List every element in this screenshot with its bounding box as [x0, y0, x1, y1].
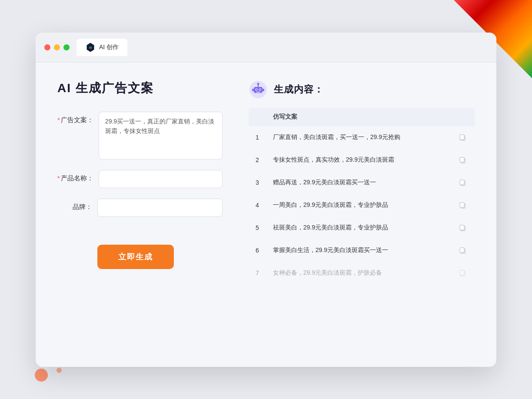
ad-copy-input[interactable]: 29.9买一送一，真正的厂家直销，美白淡斑霜，专抹女性斑点	[99, 112, 223, 160]
svg-rect-22	[460, 225, 464, 230]
copy-button[interactable]	[457, 177, 468, 188]
table-row: 3赠品再送，29.9元美白淡斑霜买一送一	[249, 171, 475, 194]
row-number: 4	[249, 194, 266, 216]
ai-logo-icon: AI	[85, 42, 96, 53]
row-text: 女神必备，29.9元美白淡斑霜，护肤必备	[266, 262, 450, 284]
title-bar: AI AI 创作	[36, 33, 496, 63]
brand-group: 品牌： 好白	[57, 199, 223, 217]
svg-text:AI: AI	[89, 46, 92, 49]
traffic-light-maximize[interactable]	[63, 44, 70, 50]
ad-copy-required: *	[57, 116, 60, 123]
copy-cell	[450, 194, 475, 216]
traffic-lights	[44, 44, 70, 50]
right-header: 生成内容：	[249, 80, 475, 99]
svg-point-7	[259, 89, 260, 90]
svg-point-9	[257, 83, 259, 85]
generate-button[interactable]: 立即生成	[97, 245, 174, 269]
results-table: 仿写文案 1厂家直销，美白淡斑霜，买一送一，29.9元抢购2专抹女性斑点，真实功…	[249, 108, 475, 284]
col-copy-header	[450, 108, 475, 126]
row-text: 掌握美白生活，29.9元美白淡斑霜买一送一	[266, 239, 450, 262]
row-text: 赠品再送，29.9元美白淡斑霜买一送一	[266, 171, 450, 194]
page-title: AI 生成广告文案	[57, 80, 223, 96]
row-text: 祛斑美白，29.9元美白淡斑霜，专业护肤品	[266, 216, 450, 239]
svg-rect-20	[460, 203, 464, 207]
brand-label: 品牌：	[57, 199, 92, 211]
main-content: AI 生成广告文案 *广告文案： 29.9买一送一，真正的厂家直销，美白淡斑霜，…	[36, 63, 496, 367]
copy-cell	[450, 171, 475, 194]
row-number: 5	[249, 216, 266, 239]
copy-button[interactable]	[457, 223, 468, 233]
svg-rect-10	[256, 92, 260, 93]
col-text-header: 仿写文案	[266, 108, 450, 126]
product-name-group: *产品名称： 美白淡斑霜	[57, 170, 223, 188]
product-name-input[interactable]: 美白淡斑霜	[99, 170, 223, 188]
svg-rect-16	[460, 157, 464, 162]
ad-copy-group: *广告文案： 29.9买一送一，真正的厂家直销，美白淡斑霜，专抹女性斑点	[57, 112, 223, 160]
browser-tab[interactable]: AI AI 创作	[76, 39, 127, 56]
copy-cell	[450, 216, 475, 239]
product-name-label: *产品名称：	[57, 170, 93, 183]
left-panel: AI 生成广告文案 *广告文案： 29.9买一送一，真正的厂家直销，美白淡斑霜，…	[57, 80, 223, 349]
svg-rect-24	[460, 248, 464, 253]
right-panel-title: 生成内容：	[274, 83, 324, 96]
brand-input[interactable]: 好白	[97, 199, 223, 217]
copy-button[interactable]	[457, 200, 468, 210]
traffic-light-minimize[interactable]	[54, 44, 60, 50]
copy-button[interactable]	[457, 245, 468, 256]
svg-point-6	[256, 89, 257, 90]
col-num-header	[249, 108, 266, 126]
copy-cell	[450, 149, 475, 171]
copy-cell	[450, 126, 475, 149]
browser-window: AI AI 创作 AI 生成广告文案 *广告文案： 29.9买一送一，真正的厂家…	[36, 33, 496, 367]
svg-rect-14	[460, 135, 464, 140]
copy-button[interactable]	[457, 268, 468, 278]
product-name-required: *	[57, 174, 60, 182]
svg-rect-12	[263, 89, 264, 91]
bg-decoration-bottom-left2	[57, 368, 62, 373]
svg-rect-18	[460, 180, 464, 185]
robot-icon	[249, 80, 268, 99]
ad-copy-label: *广告文案：	[57, 112, 93, 124]
row-number: 3	[249, 171, 266, 194]
tab-label: AI 创作	[99, 43, 119, 51]
table-row: 5祛斑美白，29.9元美白淡斑霜，专业护肤品	[249, 216, 475, 239]
row-text: 厂家直销，美白淡斑霜，买一送一，29.9元抢购	[266, 126, 450, 149]
table-row: 2专抹女性斑点，真实功效，29.9元美白淡斑霜	[249, 149, 475, 171]
copy-button[interactable]	[457, 132, 468, 143]
row-number: 7	[249, 262, 266, 284]
copy-cell	[450, 239, 475, 262]
table-row: 6掌握美白生活，29.9元美白淡斑霜买一送一	[249, 239, 475, 262]
traffic-light-close[interactable]	[44, 44, 50, 50]
svg-rect-11	[252, 89, 254, 91]
row-text: 专抹女性斑点，真实功效，29.9元美白淡斑霜	[266, 149, 450, 171]
copy-button[interactable]	[457, 155, 468, 165]
svg-rect-26	[460, 270, 464, 275]
bg-decoration-bottom-left	[35, 369, 48, 382]
table-row: 1厂家直销，美白淡斑霜，买一送一，29.9元抢购	[249, 126, 475, 149]
table-row: 4一周美白，29.9元美白淡斑霜，专业护肤品	[249, 194, 475, 216]
right-panel: 生成内容： 仿写文案 1厂家直销，美白淡斑霜，买一送一，29.9元抢购2专抹女性…	[249, 80, 475, 349]
row-number: 6	[249, 239, 266, 262]
row-text: 一周美白，29.9元美白淡斑霜，专业护肤品	[266, 194, 450, 216]
table-row: 7女神必备，29.9元美白淡斑霜，护肤必备	[249, 262, 475, 284]
row-number: 2	[249, 149, 266, 171]
copy-cell	[450, 262, 475, 284]
row-number: 1	[249, 126, 266, 149]
